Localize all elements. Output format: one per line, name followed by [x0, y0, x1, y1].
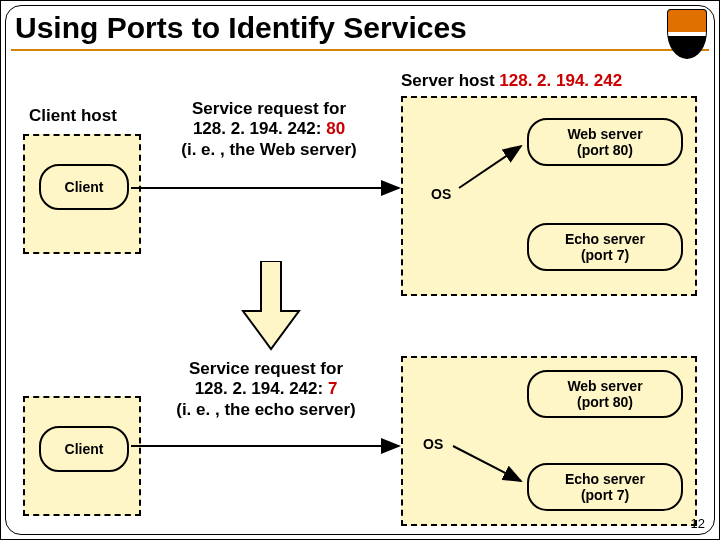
svg-line-1 [459, 146, 521, 188]
slide: Using Ports to Identify Services Server … [0, 0, 720, 540]
svg-line-3 [453, 446, 521, 481]
page-number: 12 [691, 516, 705, 531]
arrows-overlay [1, 1, 720, 540]
